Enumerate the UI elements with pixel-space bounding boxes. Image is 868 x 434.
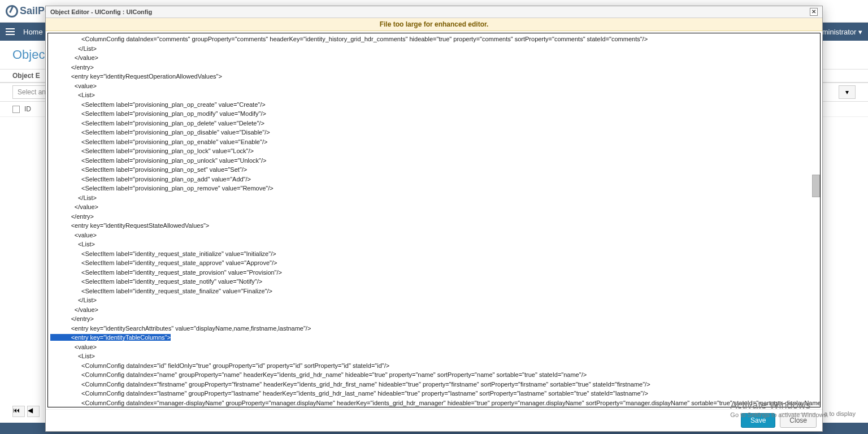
hamburger-icon[interactable] (6, 28, 15, 35)
xml-editor[interactable]: <ColumnConfig dataIndex="comments" group… (47, 33, 821, 117)
select-all-checkbox[interactable] (12, 106, 20, 113)
nav-home[interactable]: Home (23, 28, 43, 36)
object-editor-modal: Object Editor - UIConfig : UIConfig ✕ Fi… (45, 6, 823, 117)
modal-header[interactable]: Object Editor - UIConfig : UIConfig ✕ (46, 6, 822, 18)
object-e-label: Object E (12, 72, 40, 80)
expand-button[interactable]: ▾ (839, 85, 856, 99)
id-column-header[interactable]: ID (24, 105, 31, 113)
warning-banner: File too large for enhanced editor. (46, 18, 822, 31)
modal-title: Object Editor - UIConfig : UIConfig (50, 8, 152, 15)
logo-icon (6, 5, 18, 18)
close-icon[interactable]: ✕ (810, 8, 818, 16)
